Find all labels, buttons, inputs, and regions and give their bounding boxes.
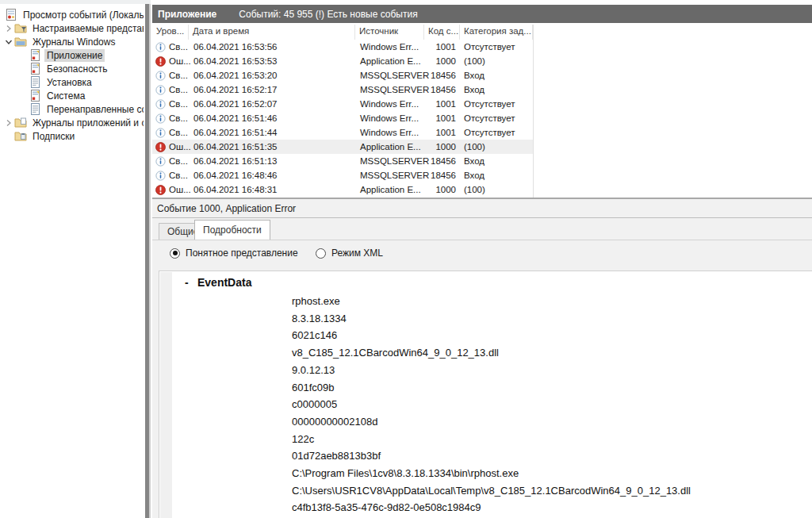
event-code: 1000 <box>424 56 460 66</box>
event-category: Вход <box>460 85 533 94</box>
view-mode-radios: Понятное представлениеРежим XML <box>152 247 812 263</box>
grid-boundary-line <box>533 25 534 198</box>
eventdata-value: rphost.exe <box>292 293 691 310</box>
event-datetime: 06.04.2021 16:48:31 <box>189 185 355 194</box>
event-row[interactable]: Ош...06.04.2021 16:53:53Application E...… <box>152 54 533 68</box>
sidebar-item-security-log[interactable]: Безопасность <box>0 62 144 75</box>
sidebar-item-forwarded-events-log[interactable]: Перенаправленные собы <box>0 102 144 116</box>
sidebar-item-apps-services-logs[interactable]: Журналы приложений и слу <box>0 116 144 129</box>
event-datetime: 06.04.2021 16:48:46 <box>189 171 355 180</box>
event-row[interactable]: Св...06.04.2021 16:53:56Windows Err...10… <box>152 40 533 54</box>
event-code: 18456 <box>424 71 460 80</box>
friendly-view-gutter <box>160 272 172 518</box>
event-row[interactable]: Св...06.04.2021 16:51:44Windows Err...10… <box>152 125 533 140</box>
event-datetime: 06.04.2021 16:53:53 <box>189 56 355 66</box>
level-cell: Ош... <box>152 185 189 195</box>
event-source: Application E... <box>355 185 424 194</box>
sidebar-item-event-viewer-root[interactable]: Просмотр событий (Локальный <box>0 8 144 21</box>
event-datetime: 06.04.2021 16:51:46 <box>189 113 355 123</box>
chevron-right-icon[interactable] <box>3 117 14 129</box>
event-row[interactable]: Ош...06.04.2021 16:51:35Application E...… <box>152 140 533 154</box>
sidebar-item-windows-logs[interactable]: Журналы Windows <box>0 35 144 48</box>
collapse-icon[interactable]: - <box>185 276 197 289</box>
event-source: MSSQLSERVER <box>355 71 424 80</box>
sidebar-item-label: Настраиваемые представлен <box>30 22 144 35</box>
eventdata-value: 9.0.12.13 <box>292 362 691 379</box>
radio-circle-icon[interactable] <box>316 248 326 259</box>
level-cell: Ош... <box>152 56 189 67</box>
log-title-bar: Приложение Событий: 45 955 (!) Есть новы… <box>152 5 812 23</box>
event-source: Application E... <box>355 56 424 66</box>
event-code: 1001 <box>424 113 460 123</box>
event-category: (100) <box>460 56 533 66</box>
sidebar-item-system-log[interactable]: Система <box>0 89 144 102</box>
event-category: Отсутствует <box>460 128 533 137</box>
radio-circle-icon[interactable] <box>170 248 180 259</box>
info-icon <box>155 99 166 109</box>
error-icon <box>155 142 166 152</box>
event-category: Вход <box>460 156 533 166</box>
info-icon <box>155 171 166 181</box>
radio-label: Режим XML <box>331 247 383 259</box>
sidebar-item-custom-views[interactable]: Настраиваемые представлен <box>0 21 144 35</box>
event-datetime: 06.04.2021 16:52:07 <box>189 99 355 109</box>
event-datetime: 06.04.2021 16:51:35 <box>189 142 355 152</box>
level-cell: Св... <box>152 42 189 52</box>
level-label: Ош... <box>169 142 191 152</box>
info-icon <box>155 85 166 95</box>
column-header[interactable]: Дата и время <box>189 25 355 40</box>
eventdata-value: C:\Program Files\1cv8\8.3.18.1334\bin\rp… <box>292 465 691 482</box>
event-code: 1000 <box>424 142 460 152</box>
event-row[interactable]: Св...06.04.2021 16:52:07Windows Err...10… <box>152 97 533 111</box>
sidebar-item-setup-log[interactable]: Установка <box>0 75 144 89</box>
event-detail-title: Событие 1000, Application Error <box>157 203 296 214</box>
sidebar-item-subscriptions[interactable]: Подписки <box>0 129 144 143</box>
eventdata-value: c4fb13f8-5a35-476c-9d82-0e508c1984c9 <box>292 499 691 516</box>
eventdata-value: 601fc09b <box>292 379 691 397</box>
sidebar-item-application-log[interactable]: Приложение <box>0 48 144 62</box>
sidebar-item-label: Перенаправленные собы <box>44 103 144 116</box>
event-detail-header: Событие 1000, Application Error <box>152 199 812 218</box>
level-cell: Св... <box>152 113 189 124</box>
level-cell: Св... <box>152 128 189 138</box>
radio-friendly-view[interactable]: Понятное представление <box>170 247 298 259</box>
eventdata-value: 8.3.18.1334 <box>292 310 691 328</box>
column-header[interactable]: Категория зад... <box>460 25 533 40</box>
radio-xml-view[interactable]: Режим XML <box>316 247 383 259</box>
column-header[interactable]: Источник <box>355 25 424 40</box>
vertical-pane-splitter[interactable] <box>144 4 151 518</box>
event-code: 18456 <box>424 156 460 166</box>
level-label: Св... <box>169 85 188 94</box>
log-title: Приложение <box>158 9 216 20</box>
log-icon <box>29 63 41 75</box>
event-row[interactable]: Св...06.04.2021 16:53:20MSSQLSERVER18456… <box>152 68 533 82</box>
event-code: 1001 <box>424 99 460 109</box>
page-icon <box>29 77 41 88</box>
info-icon <box>155 128 166 138</box>
eventdata-value: C:\Users\USR1CV8\AppData\Local\Temp\v8_C… <box>292 482 691 500</box>
event-row[interactable]: Св...06.04.2021 16:52:17MSSQLSERVER18456… <box>152 82 533 97</box>
chevron-down-icon[interactable] <box>3 36 14 48</box>
info-icon <box>155 71 166 81</box>
error-icon <box>155 185 166 195</box>
level-label: Ош... <box>169 185 191 194</box>
tab-details[interactable]: Подробности <box>194 220 270 240</box>
event-datetime: 06.04.2021 16:51:44 <box>189 128 355 137</box>
level-label: Св... <box>169 128 188 137</box>
level-label: Св... <box>169 171 188 180</box>
event-row[interactable]: Св...06.04.2021 16:51:13MSSQLSERVER18456… <box>152 154 533 168</box>
event-category: Отсутствует <box>460 113 533 123</box>
event-row[interactable]: Ош...06.04.2021 16:48:31Application E...… <box>152 182 533 197</box>
column-header[interactable]: Код с... <box>424 25 460 40</box>
eventdata-value: v8_C185_12.1CBarcodWin64_9_0_12_13.dll <box>292 344 691 362</box>
chevron-right-icon[interactable] <box>3 23 14 34</box>
event-row[interactable]: Св...06.04.2021 16:48:46MSSQLSERVER18456… <box>152 168 533 182</box>
eventdata-section-header: - EventData <box>185 276 251 289</box>
level-cell: Св... <box>152 156 189 167</box>
column-header[interactable]: Уров... <box>152 25 189 40</box>
event-source: MSSQLSERVER <box>355 85 424 94</box>
radio-label: Понятное представление <box>186 247 298 259</box>
event-row[interactable]: Св...06.04.2021 16:51:46Windows Err...10… <box>152 111 533 125</box>
log-icon <box>29 90 41 102</box>
sidebar-item-label: Система <box>44 90 87 102</box>
